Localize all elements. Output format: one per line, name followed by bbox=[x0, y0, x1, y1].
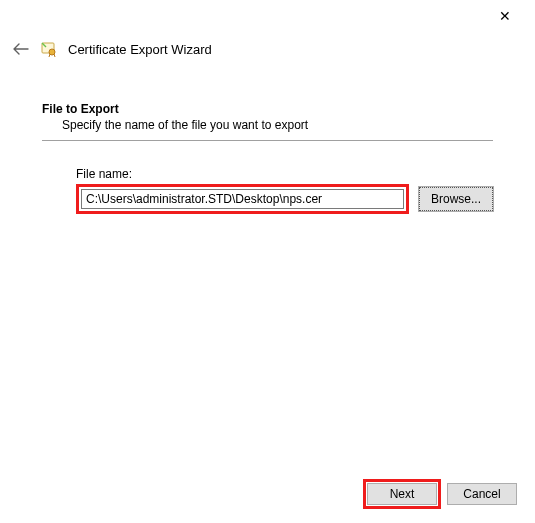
filename-block: File name: Browse... bbox=[42, 167, 493, 214]
filename-input-highlight bbox=[76, 184, 409, 214]
wizard-footer: Next Cancel bbox=[363, 479, 517, 509]
wizard-title: Certificate Export Wizard bbox=[68, 42, 212, 57]
divider bbox=[42, 140, 493, 141]
back-arrow-icon[interactable] bbox=[12, 42, 30, 56]
section-heading: File to Export bbox=[42, 102, 493, 116]
wizard-content: File to Export Specify the name of the f… bbox=[0, 66, 535, 214]
titlebar: ✕ bbox=[0, 0, 535, 32]
filename-label: File name: bbox=[76, 167, 493, 181]
next-button[interactable]: Next bbox=[367, 483, 437, 505]
filename-row: Browse... bbox=[76, 184, 493, 214]
close-icon[interactable]: ✕ bbox=[491, 5, 519, 27]
browse-button[interactable]: Browse... bbox=[419, 187, 493, 211]
filename-input[interactable] bbox=[81, 189, 404, 209]
section-subtext: Specify the name of the file you want to… bbox=[62, 118, 493, 132]
certificate-icon bbox=[40, 40, 58, 58]
wizard-header: Certificate Export Wizard bbox=[0, 32, 535, 66]
next-button-highlight: Next bbox=[363, 479, 441, 509]
cancel-button[interactable]: Cancel bbox=[447, 483, 517, 505]
